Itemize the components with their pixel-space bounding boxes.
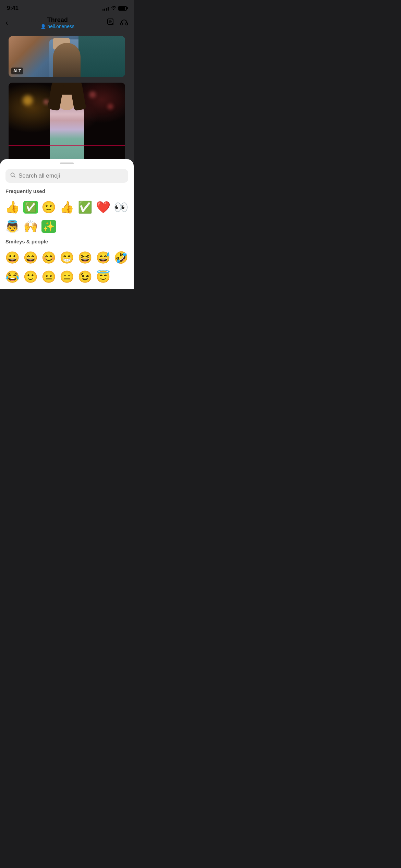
emoji-sparkles[interactable]: ✨: [40, 217, 58, 236]
emoji-search-bar[interactable]: [5, 169, 128, 183]
back-button[interactable]: ‹: [5, 19, 8, 27]
emoji-rolling[interactable]: 🤣: [112, 248, 130, 267]
wifi-icon: [111, 5, 116, 11]
bokeh-3: [89, 91, 96, 98]
headphones-icon[interactable]: [120, 18, 128, 27]
thread-title: Thread: [40, 16, 74, 24]
smileys-label: Smileys & people: [0, 236, 134, 248]
alt-badge[interactable]: ALT: [11, 68, 23, 74]
user-icon: 👤: [40, 24, 46, 29]
body-silhouette: [50, 105, 84, 164]
emoji-check-green-1[interactable]: ✅: [22, 197, 40, 217]
home-indicator: [45, 289, 89, 289]
battery-icon: [118, 6, 127, 11]
emoji-beaming[interactable]: 😁: [58, 248, 76, 267]
bar2: [104, 9, 105, 11]
status-icons: [102, 5, 127, 11]
emoji-search-input[interactable]: [19, 172, 123, 179]
bar1: [102, 9, 104, 11]
emoji-sweat-smile[interactable]: 😅: [94, 248, 112, 267]
frequently-used-grid: 👍 ✅ 🙂 👍 ✅ ❤️ 👀 👼 🙌 ✨: [0, 197, 134, 236]
emoji-neutral[interactable]: 🙂: [22, 267, 40, 286]
bar3: [106, 8, 107, 11]
status-bar: 9:41: [0, 0, 134, 14]
nav-header: ‹ Thread 👤 neil.oneness: [0, 14, 134, 33]
emoji-picker-sheet: Frequently used 👍 ✅ 🙂 👍 ✅ ❤️ 👀 👼 🙌 ✨ Smi…: [0, 159, 134, 289]
emoji-grinning[interactable]: 😀: [3, 248, 22, 267]
main-image-wrapper: [0, 77, 134, 164]
nav-center: Thread 👤 neil.oneness: [40, 16, 74, 29]
bar4: [108, 7, 109, 11]
emoji-big-smile[interactable]: 😊: [40, 248, 58, 267]
search-icon: [10, 172, 16, 179]
emoji-thumbsup-1[interactable]: 👍: [3, 197, 22, 217]
emoji-thumbsup-2[interactable]: 👍: [58, 197, 76, 217]
emoji-joy[interactable]: 😂: [3, 267, 22, 286]
frequently-used-label: Frequently used: [0, 188, 134, 197]
emoji-heart[interactable]: ❤️: [94, 197, 112, 217]
compose-icon[interactable]: [107, 18, 114, 27]
battery-fill: [119, 7, 125, 10]
post-image-top: ALT: [9, 36, 125, 77]
right-area: [78, 36, 125, 77]
hand-shape: [53, 38, 70, 50]
emoji-grin[interactable]: 😄: [22, 248, 40, 267]
post-image-main: [9, 83, 125, 164]
sheet-handle: [60, 162, 74, 164]
bokeh-1: [23, 95, 33, 106]
emoji-slightly-smiling[interactable]: 🙂: [40, 197, 58, 217]
emoji-wink[interactable]: 😉: [76, 267, 94, 286]
content-area: ALT: [0, 33, 134, 164]
emoji-eyes[interactable]: 👀: [112, 197, 130, 217]
red-line: [9, 145, 125, 146]
nav-right-icons: [107, 18, 128, 27]
signal-bars-icon: [102, 6, 109, 11]
status-time: 9:41: [7, 5, 19, 12]
emoji-no-mouth[interactable]: 😑: [58, 267, 76, 286]
emoji-check-2[interactable]: ✅: [76, 197, 94, 217]
bokeh-2: [44, 99, 49, 105]
emoji-raised-hands[interactable]: 🙌: [22, 217, 40, 236]
emoji-angel[interactable]: 👼: [3, 217, 22, 236]
emoji-expressionless[interactable]: 😐: [40, 267, 58, 286]
smileys-grid: 😀 😄 😊 😁 😆 😅 🤣 😂 🙂 😐 😑 😉 😇: [0, 248, 134, 286]
emoji-squinting[interactable]: 😆: [76, 248, 94, 267]
emoji-blush[interactable]: 😇: [94, 267, 112, 286]
username[interactable]: neil.oneness: [47, 24, 74, 29]
